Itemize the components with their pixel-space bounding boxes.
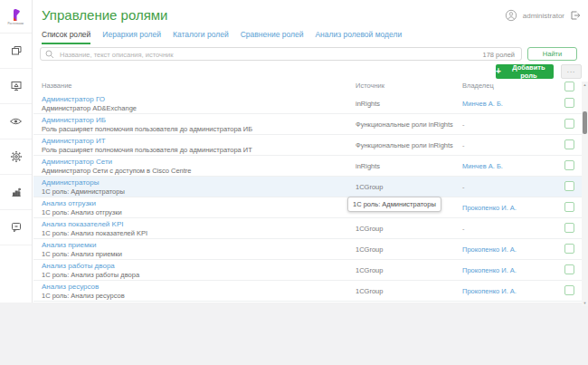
find-button[interactable]: Найти — [527, 47, 577, 61]
table-row: Анализ приемки 1С роль: Анализ приемки 1… — [33, 239, 582, 260]
sidebar: Ростелеком — [0, 0, 33, 303]
role-owner-link[interactable]: Прокопенко И. А. — [462, 245, 517, 254]
tab-4[interactable]: Сравнение ролей — [241, 30, 304, 44]
role-name-link[interactable]: Администратор ИТ — [42, 137, 106, 145]
role-name-link[interactable]: Анализ приемки — [42, 241, 96, 249]
add-role-label: Добавить роль — [504, 63, 554, 80]
add-role-button[interactable]: + Добавить роль — [496, 64, 554, 79]
column-header-source: Источник — [356, 82, 384, 90]
feedback-icon — [10, 221, 23, 234]
topbar: Управление ролями administrator Список р… — [33, 0, 588, 43]
role-description: 1С роль: Анализ работы двора — [42, 271, 139, 279]
row-checkbox[interactable] — [564, 181, 574, 191]
page-background — [0, 303, 588, 365]
tab-bar: Список ролейИерархия ролейКаталоги ролей… — [42, 30, 402, 44]
scroll-up-arrow[interactable]: ▲ — [582, 82, 588, 87]
page-title: Управление ролями — [42, 7, 167, 23]
user-menu[interactable]: administrator — [505, 9, 581, 22]
rostelecom-logo[interactable]: Ростелеком — [0, 0, 32, 34]
role-description: 1С роль: Анализ приемки — [42, 250, 122, 258]
tab-1[interactable]: Список ролей — [42, 30, 90, 44]
role-name-link[interactable]: Анализ работы двора — [42, 262, 115, 270]
logo-label: Ростелеком — [8, 23, 24, 24]
sidebar-item-monitor[interactable] — [0, 69, 32, 104]
sidebar-item-settings[interactable] — [0, 139, 32, 175]
row-checkbox[interactable] — [564, 160, 574, 170]
role-owner-link[interactable]: Прокопенко И. А. — [462, 204, 517, 212]
tab-5[interactable]: Анализ ролевой модели — [315, 30, 402, 44]
table-row: Администраторы 1С роль: Администраторы 1… — [33, 177, 582, 197]
role-owner-link[interactable]: Минчев А. Б. — [462, 162, 503, 170]
role-description: Роль расширяет полномочия пользователя д… — [42, 146, 252, 154]
role-name-link[interactable]: Анализ показателей KPI — [42, 220, 123, 228]
role-name-link[interactable]: Администратор ИБ — [42, 116, 106, 124]
table-row: Администратор ИБ Роль расширяет полномоч… — [33, 114, 582, 135]
sidebar-item-reports[interactable] — [0, 175, 32, 210]
role-name-link[interactable]: Администратор ГО — [42, 95, 105, 103]
tab-2[interactable]: Иерархия ролей — [102, 30, 161, 44]
role-source: 1CGroup — [356, 287, 383, 295]
row-checkbox[interactable] — [564, 98, 574, 108]
search-icon — [45, 50, 54, 59]
row-checkbox[interactable] — [564, 264, 574, 274]
user-avatar-icon — [505, 9, 517, 22]
role-description: 1С роль: Администраторы — [42, 187, 125, 196]
table-row: Анализ отгрузки 1С роль: Анализ отгрузки… — [33, 197, 582, 218]
monitor-icon — [10, 80, 23, 92]
sidebar-item-windows[interactable] — [0, 34, 32, 69]
scroll-down-arrow[interactable]: ▼ — [582, 301, 588, 305]
roles-count: 178 ролей — [482, 51, 515, 59]
report-icon — [10, 186, 23, 198]
row-checkbox[interactable] — [564, 202, 574, 212]
sidebar-item-eye[interactable] — [0, 104, 32, 139]
scrollbar-thumb[interactable] — [583, 111, 587, 134]
role-name-link[interactable]: Администратор Сети — [42, 158, 112, 166]
role-source: inRights — [356, 100, 380, 108]
table-header: Название Источник Владелец — [33, 82, 582, 93]
role-name-link[interactable]: Анализ отгрузки — [42, 199, 96, 207]
role-source: inRights — [356, 162, 380, 170]
role-owner-link: - — [462, 120, 465, 129]
plus-icon: + — [496, 67, 501, 76]
role-owner-link: - — [462, 225, 465, 233]
column-header-owner: Владелец — [462, 82, 494, 90]
logo-icon — [10, 8, 22, 22]
role-description: 1С роль: Анализ отгрузки — [42, 208, 122, 216]
role-owner-link: - — [462, 141, 465, 149]
user-name: administrator — [523, 12, 564, 20]
select-all-checkbox[interactable] — [564, 82, 574, 91]
row-checkbox[interactable] — [564, 285, 574, 295]
table-row: Анализ ресурсов 1С роль: Анализ ресурсов… — [33, 281, 582, 302]
column-header-name: Название — [42, 82, 72, 90]
role-owner-link[interactable]: Прокопенко И. А. — [462, 287, 517, 295]
search-input[interactable] — [58, 48, 460, 62]
tooltip: 1С роль: Администраторы — [347, 197, 441, 212]
role-source: 1CGroup — [356, 245, 383, 254]
tab-3[interactable]: Каталоги ролей — [173, 30, 229, 44]
roles-table: Администратор ГО Администратор AD&Exchan… — [33, 93, 582, 302]
table-scrollbar[interactable]: ▲ ▼ — [582, 82, 588, 306]
row-checkbox[interactable] — [564, 119, 574, 129]
row-checkbox[interactable] — [564, 223, 574, 233]
role-management-page: Ростелеком — [0, 0, 588, 365]
row-checkbox[interactable] — [564, 139, 574, 149]
gear-icon — [10, 150, 23, 163]
sidebar-item-feedback[interactable] — [0, 210, 32, 245]
table-row: Администратор ИТ Роль расширяет полномоч… — [33, 135, 582, 156]
role-owner-link[interactable]: Прокопенко И. А. — [462, 266, 517, 274]
role-name-link[interactable]: Администраторы — [42, 178, 99, 187]
eye-icon — [9, 116, 23, 127]
role-source: 1CGroup — [356, 225, 383, 233]
table-row: Администратор Сети Администратор Сети с … — [33, 156, 582, 177]
row-checkbox[interactable] — [564, 244, 574, 254]
more-actions-button[interactable]: ... — [561, 64, 582, 79]
role-name-link[interactable]: Анализ ресурсов — [42, 283, 99, 291]
role-description: Роль расширяет полномочия пользователя д… — [42, 125, 252, 133]
role-owner-link: - — [462, 183, 465, 191]
search-box: 178 ролей — [40, 47, 522, 61]
table-row: Анализ работы двора 1С роль: Анализ рабо… — [33, 260, 582, 281]
role-owner-link[interactable]: Минчев А. Б. — [462, 100, 503, 108]
windows-icon — [10, 44, 23, 57]
logout-icon[interactable] — [570, 10, 581, 21]
role-source: Функциональные роли inRights — [356, 120, 453, 129]
